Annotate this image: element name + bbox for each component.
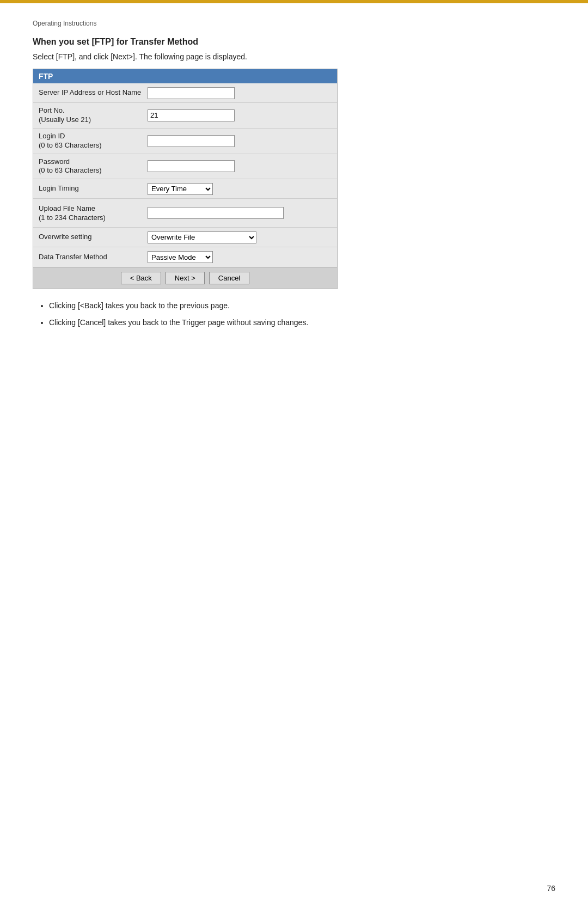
ftp-row-server-ip: Server IP Address or Host Name: [33, 83, 337, 103]
ftp-row-password: Password(0 to 63 Characters): [33, 154, 337, 180]
login-timing-select[interactable]: Every Time Once: [148, 183, 213, 195]
section-title: When you set [FTP] for Transfer Method: [33, 37, 555, 47]
ftp-body: Server IP Address or Host Name Port No.(…: [33, 83, 337, 267]
ftp-control-server-ip: [148, 87, 332, 99]
ftp-row-login-timing: Login Timing Every Time Once: [33, 179, 337, 199]
ftp-row-upload-filename: Upload File Name(1 to 234 Characters): [33, 199, 337, 228]
ftp-control-login-id: [148, 135, 332, 147]
ftp-label-login-id: Login ID(0 to 63 Characters): [39, 132, 148, 150]
bullet-list: Clicking [<Back] takes you back to the p…: [33, 300, 555, 328]
port-input[interactable]: [148, 109, 235, 121]
ftp-control-overwrite: Overwrite File Do Not Overwrite: [148, 231, 332, 243]
back-button[interactable]: < Back: [121, 272, 161, 284]
breadcrumb: Operating Instructions: [33, 20, 555, 27]
page-number: 76: [547, 884, 555, 893]
ftp-control-upload-filename: [148, 207, 332, 219]
ftp-row-port: Port No.(Usually Use 21): [33, 103, 337, 129]
next-button[interactable]: Next >: [166, 272, 205, 284]
ftp-label-login-timing: Login Timing: [39, 184, 148, 193]
ftp-label-transfer-method: Data Transfer Method: [39, 253, 148, 262]
ftp-label-overwrite: Overwrite setting: [39, 233, 148, 242]
ftp-footer: < Back Next > Cancel: [33, 267, 337, 289]
overwrite-select[interactable]: Overwrite File Do Not Overwrite: [148, 231, 256, 243]
ftp-label-port: Port No.(Usually Use 21): [39, 106, 148, 125]
ftp-row-transfer-method: Data Transfer Method Passive Mode Active…: [33, 247, 337, 267]
bullet-item-2: Clicking [Cancel] takes you back to the …: [49, 317, 555, 328]
upload-filename-input[interactable]: [148, 207, 284, 219]
ftp-control-port: [148, 109, 332, 121]
login-id-input[interactable]: [148, 135, 235, 147]
ftp-control-transfer-method: Passive Mode Active Mode: [148, 251, 332, 263]
password-input[interactable]: [148, 160, 235, 172]
cancel-button[interactable]: Cancel: [209, 272, 249, 284]
ftp-row-overwrite: Overwrite setting Overwrite File Do Not …: [33, 228, 337, 247]
server-ip-input[interactable]: [148, 87, 235, 99]
ftp-panel-header: FTP: [33, 69, 337, 83]
ftp-label-server-ip: Server IP Address or Host Name: [39, 88, 148, 97]
ftp-panel: FTP Server IP Address or Host Name Port …: [33, 69, 338, 289]
ftp-control-password: [148, 160, 332, 172]
ftp-label-upload-filename: Upload File Name(1 to 234 Characters): [39, 203, 148, 223]
transfer-method-select[interactable]: Passive Mode Active Mode: [148, 251, 213, 263]
ftp-row-login-id: Login ID(0 to 63 Characters): [33, 129, 337, 154]
bullet-item-1: Clicking [<Back] takes you back to the p…: [49, 300, 555, 312]
ftp-label-password: Password(0 to 63 Characters): [39, 157, 148, 176]
ftp-control-login-timing: Every Time Once: [148, 183, 332, 195]
intro-text: Select [FTP], and click [Next>]. The fol…: [33, 52, 555, 61]
